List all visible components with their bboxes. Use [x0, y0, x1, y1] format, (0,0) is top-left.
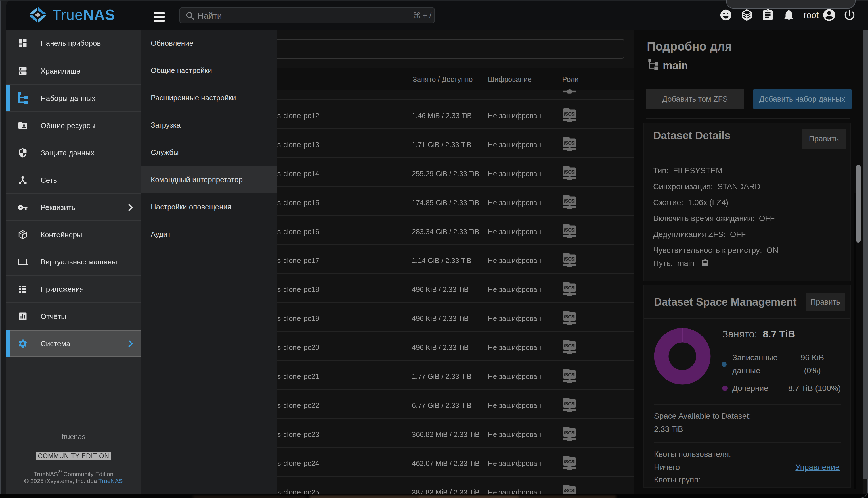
svg-text:iSCSI: iSCSI — [564, 112, 575, 117]
svg-text:iSCSI: iSCSI — [564, 227, 575, 232]
svg-text:iSCSI: iSCSI — [564, 169, 575, 174]
svg-text:iSCSI: iSCSI — [564, 140, 575, 145]
svg-text:iSCSI: iSCSI — [564, 343, 575, 348]
svg-text:iSCSI: iSCSI — [564, 314, 575, 319]
svg-text:iSCSI: iSCSI — [564, 372, 575, 377]
svg-text:iSCSI: iSCSI — [564, 459, 575, 464]
svg-text:iSCSI: iSCSI — [564, 488, 575, 493]
svg-text:iSCSI: iSCSI — [564, 401, 575, 406]
svg-text:iSCSI: iSCSI — [564, 285, 575, 290]
svg-text:iSCSI: iSCSI — [564, 256, 575, 261]
svg-text:iSCSI: iSCSI — [564, 430, 575, 435]
svg-text:iSCSI: iSCSI — [564, 198, 575, 204]
